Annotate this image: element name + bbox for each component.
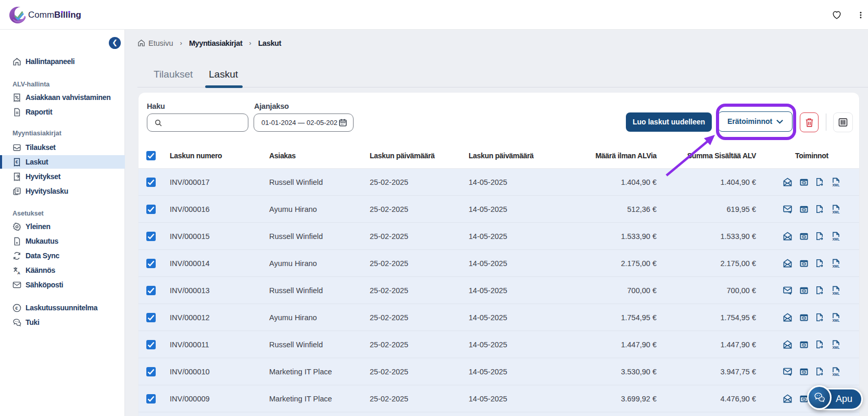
svg-text:XML: XML — [832, 346, 839, 349]
svg-text:XML: XML — [832, 319, 839, 322]
svg-text:€: € — [15, 305, 18, 310]
svg-text:XML: XML — [832, 210, 839, 214]
svg-text:A: A — [17, 270, 20, 274]
svg-text:XML: XML — [832, 183, 839, 187]
svg-text:XML: XML — [832, 264, 839, 268]
svg-text:€: € — [16, 159, 18, 165]
svg-text:XML: XML — [832, 373, 839, 376]
svg-text:XML: XML — [832, 237, 839, 241]
svg-text:XML: XML — [832, 292, 839, 295]
